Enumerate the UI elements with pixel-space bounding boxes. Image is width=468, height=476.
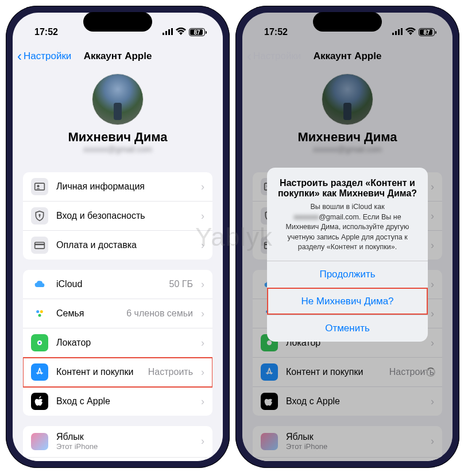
battery-icon: 87 (189, 28, 207, 36)
back-label: Настройки (24, 51, 71, 62)
spinner-icon (426, 367, 435, 377)
dynamic-island (83, 12, 152, 32)
svg-rect-1 (165, 31, 167, 35)
chevron-left-icon: ‹ (247, 49, 252, 63)
row-label: Личная информация (56, 181, 193, 192)
group-devices: Яблык Этот iPhone › Apple Watch — Yablyk… (23, 426, 212, 461)
row-detail: 50 ГБ (169, 279, 193, 289)
row-label: Оплата и доставка (56, 240, 193, 250)
profile-email: xxxxxx@gmail.com (253, 145, 442, 154)
profile-email: xxxxxx@gmail.com (23, 145, 212, 154)
row-device-iphone: Яблык Этот iPhone › (253, 426, 442, 458)
back-label: Настройки (253, 51, 301, 62)
svg-point-10 (36, 310, 39, 313)
svg-rect-0 (163, 33, 164, 35)
chevron-right-icon: › (201, 278, 204, 291)
row-detail: Настроить (148, 367, 193, 377)
findmy-icon (31, 334, 48, 351)
row-label: Вход с Apple (56, 396, 193, 407)
row-findmy[interactable]: Локатор › (23, 328, 212, 358)
row-icloud[interactable]: iCloud 50 ГБ › (23, 270, 212, 299)
profile-name: Михневич Дима (253, 130, 442, 145)
family-icon (31, 305, 48, 322)
chevron-right-icon: › (431, 435, 434, 447)
avatar (322, 73, 373, 125)
sheet-not-user-button[interactable]: Не Михневич Дима? (267, 288, 428, 315)
appstore-icon (31, 363, 48, 381)
status-time: 17:52 (264, 27, 288, 37)
battery-icon: 87 (419, 28, 436, 36)
row-signin-apple: Вход с Apple › (253, 387, 442, 416)
person-card-icon (31, 178, 48, 195)
svg-rect-23 (401, 28, 403, 35)
svg-rect-21 (395, 31, 397, 35)
sheet-message: Вы вошли в iCloud как xxxxxxx@gmail.com.… (276, 202, 419, 253)
row-payment-shipping[interactable]: Оплата и доставка › (23, 231, 212, 260)
dynamic-island (313, 12, 382, 32)
sheet-title: Настроить раздел «Контент и покупки» как… (276, 178, 419, 199)
chevron-right-icon: › (201, 308, 204, 320)
svg-rect-8 (35, 242, 45, 249)
card-icon (31, 237, 48, 254)
avatar[interactable] (92, 73, 144, 125)
row-label: iCloud (56, 279, 161, 289)
row-sublabel: Этот iPhone (286, 442, 423, 451)
phone-left: 17:52 87 ‹ Настройки Аккаунт Apple (6, 6, 230, 468)
status-time: 17:52 (34, 27, 58, 37)
chevron-right-icon: › (201, 366, 204, 378)
row-detail: 6 членов семьи (126, 308, 193, 319)
chevron-right-icon: › (201, 239, 204, 251)
chevron-right-icon: › (431, 239, 434, 251)
signal-icon (392, 27, 403, 37)
action-sheet: Настроить раздел «Контент и покупки» как… (267, 168, 428, 342)
screen-right: 17:52 87 ‹ Настройки Аккаунт Apple (242, 13, 452, 461)
row-label: Яблык (286, 432, 423, 442)
row-label: Вход с Apple (286, 396, 423, 407)
chevron-right-icon: › (201, 210, 204, 222)
nav-bar: ‹ Настройки Аккаунт Apple (242, 44, 452, 69)
sheet-continue-button[interactable]: Продолжить (267, 261, 428, 288)
chevron-right-icon: › (201, 181, 204, 193)
row-device-iphone[interactable]: Яблык Этот iPhone › (23, 426, 212, 458)
row-label: Контент и покупки (286, 367, 381, 377)
signal-icon (163, 27, 173, 37)
chevron-right-icon: › (431, 308, 434, 320)
svg-rect-20 (392, 33, 394, 35)
shield-icon (31, 207, 48, 225)
apple-logo-icon (31, 393, 48, 410)
back-button: ‹ Настройки (247, 49, 301, 63)
row-content-purchases[interactable]: Контент и покупки Настроить › (23, 358, 212, 387)
group-account: Личная информация › Вход и безопасность … (23, 172, 212, 260)
svg-rect-22 (398, 29, 400, 35)
chevron-right-icon: › (201, 396, 204, 408)
icloud-icon (31, 276, 48, 293)
apple-logo-icon (261, 393, 278, 410)
back-button[interactable]: ‹ Настройки (17, 49, 71, 63)
nav-bar: ‹ Настройки Аккаунт Apple (13, 44, 223, 69)
sheet-cancel-button[interactable]: Отменить (267, 315, 428, 342)
svg-point-5 (37, 185, 39, 187)
status-icons: 87 (392, 27, 436, 37)
row-family[interactable]: Семья 6 членов семьи › (23, 299, 212, 328)
svg-rect-9 (35, 244, 45, 246)
chevron-right-icon: › (431, 278, 434, 291)
group-services: iCloud 50 ГБ › Семья 6 членов семьи › (23, 270, 212, 416)
svg-rect-7 (39, 215, 40, 217)
group-devices: Яблык Этот iPhone › Apple Watch — Yablyk… (253, 426, 442, 461)
row-label: Семья (56, 308, 118, 319)
profile-header: Михневич Дима xxxxxx@gmail.com (23, 69, 212, 162)
row-label: Контент и покупки (56, 367, 140, 377)
row-label: Вход и безопасность (56, 211, 193, 221)
row-personal-info[interactable]: Личная информация › (23, 172, 212, 202)
chevron-right-icon: › (431, 210, 434, 222)
row-device-watch[interactable]: Apple Watch — Yablyk Apple Watch › (23, 458, 212, 461)
profile-name: Михневич Дима (23, 130, 212, 145)
chevron-right-icon: › (431, 181, 434, 193)
chevron-right-icon: › (201, 337, 204, 349)
svg-point-11 (40, 310, 43, 313)
wifi-icon (176, 27, 186, 37)
row-signin-apple[interactable]: Вход с Apple › (23, 387, 212, 416)
screen-left: 17:52 87 ‹ Настройки Аккаунт Apple (13, 13, 223, 461)
row-signin-security[interactable]: Вход и безопасность › (23, 202, 212, 231)
chevron-left-icon: ‹ (17, 49, 22, 63)
